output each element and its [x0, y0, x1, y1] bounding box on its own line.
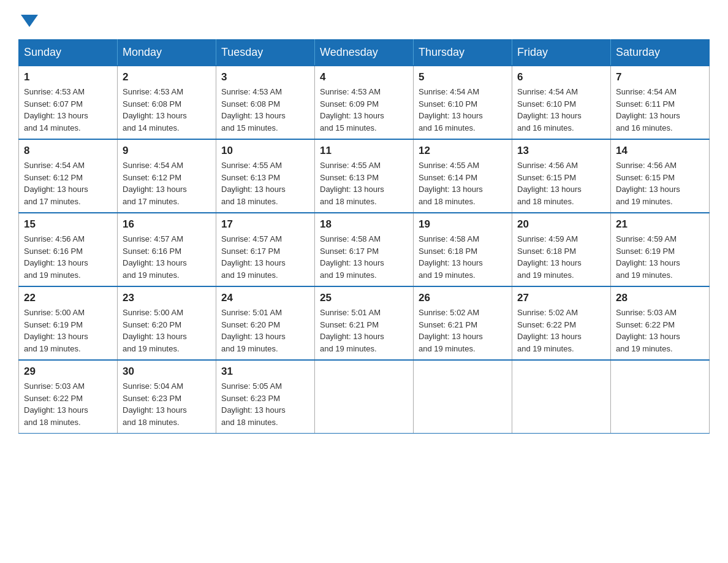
day-number: 20: [517, 218, 605, 231]
day-number: 1: [24, 71, 112, 83]
day-cell-5: 5Sunrise: 4:54 AMSunset: 6:10 PMDaylight…: [414, 66, 512, 139]
day-cell-9: 9Sunrise: 4:54 AMSunset: 6:12 PMDaylight…: [118, 139, 216, 213]
week-row-3: 15Sunrise: 4:56 AMSunset: 6:16 PMDayligh…: [19, 213, 710, 286]
day-info: Sunrise: 5:03 AMSunset: 6:22 PMDaylight:…: [616, 307, 704, 354]
day-info: Sunrise: 4:54 AMSunset: 6:10 PMDaylight:…: [517, 86, 605, 134]
day-cell-29: 29Sunrise: 5:03 AMSunset: 6:22 PMDayligh…: [19, 360, 118, 434]
day-info: Sunrise: 4:56 AMSunset: 6:15 PMDaylight:…: [616, 159, 704, 207]
col-header-monday: Monday: [118, 40, 216, 66]
day-number: 27: [517, 292, 605, 304]
day-info: Sunrise: 5:03 AMSunset: 6:22 PMDaylight:…: [24, 380, 112, 428]
day-number: 13: [517, 145, 605, 157]
day-number: 17: [221, 218, 309, 231]
day-number: 14: [616, 145, 704, 157]
day-cell-21: 21Sunrise: 4:59 AMSunset: 6:19 PMDayligh…: [611, 213, 710, 286]
day-info: Sunrise: 4:55 AMSunset: 6:13 PMDaylight:…: [221, 159, 309, 207]
day-number: 10: [221, 145, 309, 157]
day-number: 31: [221, 366, 309, 378]
day-cell-25: 25Sunrise: 5:01 AMSunset: 6:21 PMDayligh…: [315, 286, 414, 360]
day-cell-1: 1Sunrise: 4:53 AMSunset: 6:07 PMDaylight…: [19, 66, 118, 139]
day-info: Sunrise: 4:54 AMSunset: 6:11 PMDaylight:…: [616, 86, 704, 134]
day-number: 30: [123, 366, 211, 378]
day-number: 21: [616, 218, 704, 231]
day-number: 6: [517, 71, 605, 83]
col-header-saturday: Saturday: [611, 40, 710, 66]
logo: [18, 12, 38, 27]
day-info: Sunrise: 4:53 AMSunset: 6:09 PMDaylight:…: [320, 86, 408, 134]
day-number: 8: [24, 145, 112, 157]
day-info: Sunrise: 5:01 AMSunset: 6:21 PMDaylight:…: [320, 307, 408, 354]
day-info: Sunrise: 4:57 AMSunset: 6:16 PMDaylight:…: [123, 233, 211, 281]
day-cell-28: 28Sunrise: 5:03 AMSunset: 6:22 PMDayligh…: [611, 286, 710, 360]
day-info: Sunrise: 4:53 AMSunset: 6:08 PMDaylight:…: [221, 86, 309, 134]
day-number: 3: [221, 71, 309, 83]
page-header: [18, 12, 710, 27]
day-cell-4: 4Sunrise: 4:53 AMSunset: 6:09 PMDaylight…: [315, 66, 414, 139]
day-number: 4: [320, 71, 408, 83]
day-cell-20: 20Sunrise: 4:59 AMSunset: 6:18 PMDayligh…: [512, 213, 611, 286]
day-cell-16: 16Sunrise: 4:57 AMSunset: 6:16 PMDayligh…: [118, 213, 216, 286]
day-number: 22: [24, 292, 112, 304]
day-info: Sunrise: 5:05 AMSunset: 6:23 PMDaylight:…: [221, 380, 309, 428]
day-info: Sunrise: 5:02 AMSunset: 6:21 PMDaylight:…: [419, 307, 507, 354]
empty-cell: [315, 360, 414, 434]
day-number: 19: [419, 218, 507, 231]
day-info: Sunrise: 4:54 AMSunset: 6:12 PMDaylight:…: [123, 159, 211, 207]
day-cell-2: 2Sunrise: 4:53 AMSunset: 6:08 PMDaylight…: [118, 66, 216, 139]
logo-top: [18, 12, 38, 27]
day-info: Sunrise: 5:00 AMSunset: 6:19 PMDaylight:…: [24, 307, 112, 354]
day-info: Sunrise: 4:55 AMSunset: 6:14 PMDaylight:…: [419, 159, 507, 207]
empty-cell: [512, 360, 611, 434]
day-cell-22: 22Sunrise: 5:00 AMSunset: 6:19 PMDayligh…: [19, 286, 118, 360]
week-row-5: 29Sunrise: 5:03 AMSunset: 6:22 PMDayligh…: [19, 360, 710, 434]
week-row-1: 1Sunrise: 4:53 AMSunset: 6:07 PMDaylight…: [19, 66, 710, 139]
day-cell-6: 6Sunrise: 4:54 AMSunset: 6:10 PMDaylight…: [512, 66, 611, 139]
day-info: Sunrise: 4:54 AMSunset: 6:12 PMDaylight:…: [24, 159, 112, 207]
day-info: Sunrise: 4:55 AMSunset: 6:13 PMDaylight:…: [320, 159, 408, 207]
day-number: 7: [616, 71, 704, 83]
day-cell-24: 24Sunrise: 5:01 AMSunset: 6:20 PMDayligh…: [216, 286, 315, 360]
day-info: Sunrise: 4:56 AMSunset: 6:16 PMDaylight:…: [24, 233, 112, 281]
day-number: 16: [123, 218, 211, 231]
day-number: 23: [123, 292, 211, 304]
day-info: Sunrise: 4:58 AMSunset: 6:18 PMDaylight:…: [419, 233, 507, 281]
day-cell-19: 19Sunrise: 4:58 AMSunset: 6:18 PMDayligh…: [414, 213, 512, 286]
day-number: 5: [419, 71, 507, 83]
col-header-wednesday: Wednesday: [315, 40, 414, 66]
day-number: 28: [616, 292, 704, 304]
day-cell-30: 30Sunrise: 5:04 AMSunset: 6:23 PMDayligh…: [118, 360, 216, 434]
day-cell-31: 31Sunrise: 5:05 AMSunset: 6:23 PMDayligh…: [216, 360, 315, 434]
day-cell-18: 18Sunrise: 4:58 AMSunset: 6:17 PMDayligh…: [315, 213, 414, 286]
day-cell-27: 27Sunrise: 5:02 AMSunset: 6:22 PMDayligh…: [512, 286, 611, 360]
day-cell-12: 12Sunrise: 4:55 AMSunset: 6:14 PMDayligh…: [414, 139, 512, 213]
day-number: 9: [123, 145, 211, 157]
day-cell-26: 26Sunrise: 5:02 AMSunset: 6:21 PMDayligh…: [414, 286, 512, 360]
day-number: 18: [320, 218, 408, 231]
day-number: 2: [123, 71, 211, 83]
day-cell-14: 14Sunrise: 4:56 AMSunset: 6:15 PMDayligh…: [611, 139, 710, 213]
col-header-sunday: Sunday: [19, 40, 118, 66]
day-info: Sunrise: 4:59 AMSunset: 6:19 PMDaylight:…: [616, 233, 704, 281]
day-cell-7: 7Sunrise: 4:54 AMSunset: 6:11 PMDaylight…: [611, 66, 710, 139]
day-info: Sunrise: 5:02 AMSunset: 6:22 PMDaylight:…: [517, 307, 605, 354]
day-number: 12: [419, 145, 507, 157]
col-header-thursday: Thursday: [414, 40, 512, 66]
day-info: Sunrise: 4:58 AMSunset: 6:17 PMDaylight:…: [320, 233, 408, 281]
day-number: 25: [320, 292, 408, 304]
day-info: Sunrise: 4:54 AMSunset: 6:10 PMDaylight:…: [419, 86, 507, 134]
day-cell-8: 8Sunrise: 4:54 AMSunset: 6:12 PMDaylight…: [19, 139, 118, 213]
empty-cell: [414, 360, 512, 434]
col-header-friday: Friday: [512, 40, 611, 66]
day-number: 24: [221, 292, 309, 304]
day-info: Sunrise: 4:56 AMSunset: 6:15 PMDaylight:…: [517, 159, 605, 207]
day-info: Sunrise: 4:57 AMSunset: 6:17 PMDaylight:…: [221, 233, 309, 281]
day-cell-3: 3Sunrise: 4:53 AMSunset: 6:08 PMDaylight…: [216, 66, 315, 139]
day-number: 11: [320, 145, 408, 157]
col-header-tuesday: Tuesday: [216, 40, 315, 66]
calendar-header-row: SundayMondayTuesdayWednesdayThursdayFrid…: [19, 40, 710, 66]
day-number: 26: [419, 292, 507, 304]
day-cell-15: 15Sunrise: 4:56 AMSunset: 6:16 PMDayligh…: [19, 213, 118, 286]
day-cell-13: 13Sunrise: 4:56 AMSunset: 6:15 PMDayligh…: [512, 139, 611, 213]
day-info: Sunrise: 4:53 AMSunset: 6:07 PMDaylight:…: [24, 86, 112, 134]
day-info: Sunrise: 5:00 AMSunset: 6:20 PMDaylight:…: [123, 307, 211, 354]
